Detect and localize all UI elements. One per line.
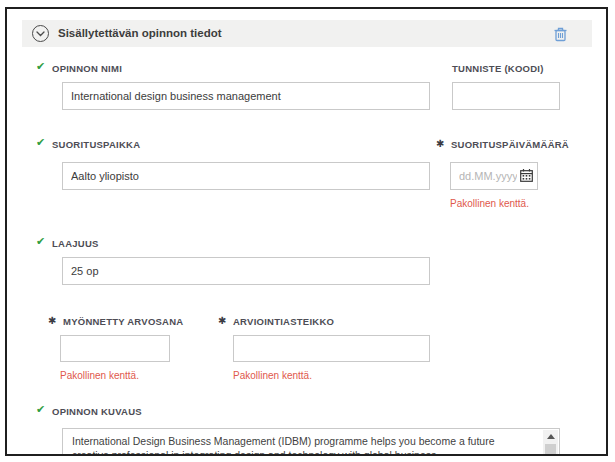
- label-opinnon-nimi: OPINNON NIMI: [52, 63, 122, 74]
- required-asterisk-icon: ✱: [48, 315, 56, 326]
- section-title: Sisällytettävän opinnon tiedot: [58, 20, 222, 47]
- collapse-toggle-button[interactable]: [32, 25, 49, 42]
- screenshot-canvas: Sisällytettävän opinnon tiedot ✔ OPINNON…: [0, 0, 615, 462]
- chevron-down-icon: [36, 31, 45, 37]
- opinnon-kuvaus-text: International Design Business Management…: [72, 434, 533, 456]
- myonnetty-arvosana-input[interactable]: [60, 335, 170, 362]
- opinnon-kuvaus-textarea[interactable]: International Design Business Management…: [62, 428, 560, 456]
- label-laajuus: LAAJUUS: [52, 238, 99, 249]
- label-tunniste: TUNNISTE (KOODI): [452, 63, 544, 74]
- laajuus-input[interactable]: [62, 257, 430, 285]
- label-suorituspaikka: SUORITUSPAIKKA: [52, 139, 140, 150]
- valid-check-icon: ✔: [36, 136, 45, 149]
- label-arviointiasteikko: ARVIOINTIASTEIKKO: [233, 316, 334, 327]
- error-suorituspaivamaara: Pakollinen kenttä.: [450, 198, 529, 209]
- section-header[interactable]: Sisällytettävän opinnon tiedot: [22, 20, 592, 47]
- label-suorituspaivamaara: SUORITUSPÄIVÄMÄÄRÄ: [451, 139, 569, 150]
- delete-section-button[interactable]: [553, 26, 568, 42]
- error-myonnetty-arvosana: Pakollinen kenttä.: [60, 370, 139, 381]
- calendar-icon[interactable]: [520, 169, 533, 182]
- arviointiasteikko-input[interactable]: [233, 335, 430, 362]
- form-panel: Sisällytettävän opinnon tiedot ✔ OPINNON…: [5, 7, 608, 456]
- scrollbar-thumb[interactable]: [545, 444, 556, 456]
- scroll-up-arrow-icon: [547, 434, 555, 439]
- label-myonnetty-arvosana: MYÖNNETTY ARVOSANA: [63, 316, 183, 327]
- required-asterisk-icon: ✱: [436, 138, 444, 149]
- scroll-up-button[interactable]: [543, 430, 558, 443]
- tunniste-input[interactable]: [452, 82, 560, 110]
- valid-check-icon: ✔: [36, 403, 45, 416]
- textarea-scrollbar[interactable]: [543, 430, 558, 456]
- suorituspaikka-input[interactable]: [62, 162, 430, 190]
- trash-icon: [553, 26, 568, 42]
- valid-check-icon: ✔: [36, 60, 45, 73]
- opinnon-nimi-input[interactable]: [62, 82, 430, 110]
- date-field: [450, 162, 538, 190]
- label-opinnon-kuvaus: OPINNON KUVAUS: [52, 406, 142, 417]
- valid-check-icon: ✔: [36, 235, 45, 248]
- error-arviointiasteikko: Pakollinen kenttä.: [233, 370, 312, 381]
- required-asterisk-icon: ✱: [218, 315, 226, 326]
